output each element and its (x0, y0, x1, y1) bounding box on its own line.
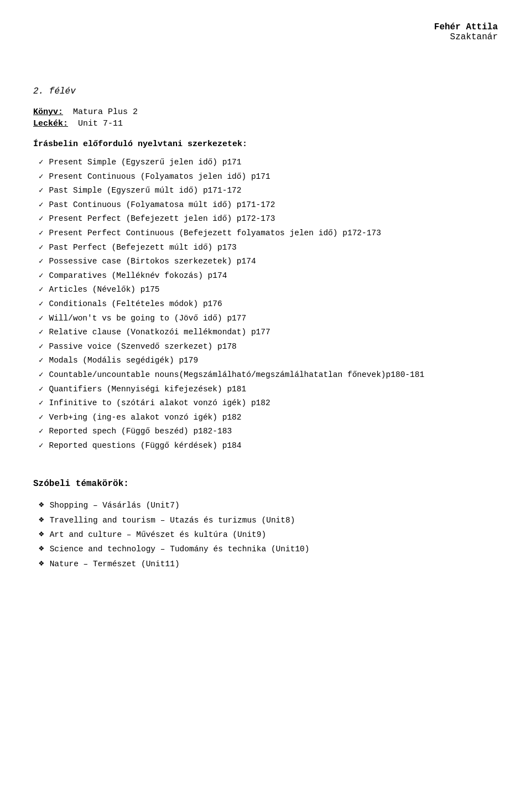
check-icon: ✓ (39, 327, 43, 338)
diamond-icon: ❖ (39, 558, 44, 569)
checklist-item-text: Articles (Névelők) p175 (49, 284, 159, 295)
check-icon: ✓ (39, 355, 43, 366)
check-icon: ✓ (39, 157, 43, 168)
checklist-item-text: Conditionals (Feltételes módok) p176 (49, 298, 222, 309)
check-icon: ✓ (39, 256, 43, 267)
topic-list-item: ❖Art and culture – Művészet és kultúra (… (39, 529, 498, 540)
topic-item-text: Art and culture – Művészet és kultúra (U… (50, 529, 267, 540)
grammar-checklist: ✓Present Simple (Egyszerű jelen idő) p17… (33, 157, 498, 451)
topic-item-text: Science and technology – Tudomány és tec… (50, 544, 310, 555)
check-icon: ✓ (39, 426, 43, 437)
checklist-item: ✓Quantifiers (Mennyiségi kifejezések) p1… (39, 384, 498, 395)
diamond-icon: ❖ (39, 500, 44, 510)
author-name: Fehér Attila (33, 22, 498, 32)
checklist-item-text: Present Continuous (Folyamatos jelen idő… (49, 171, 270, 182)
checklist-item-text: Passive voice (Szenvedő szerkezet) p178 (49, 341, 236, 352)
checklist-item: ✓Articles (Névelők) p175 (39, 284, 498, 296)
checklist-item-text: Past Continuous (Folyamatosa múlt idő) p… (49, 199, 275, 210)
check-icon: ✓ (39, 172, 43, 183)
header: Fehér Attila Szaktanár (33, 22, 498, 42)
checklist-item: ✓Present Perfect Continuous (Befejezett … (39, 227, 498, 239)
leckek-label: Leckék: (33, 119, 68, 128)
check-icon: ✓ (39, 441, 43, 452)
checklist-item-text: Relative clause (Vonatkozói mellékmondat… (49, 327, 270, 338)
topic-item-text: Nature – Természet (Unit11) (50, 558, 180, 570)
check-icon: ✓ (39, 299, 43, 310)
checklist-item-text: Comparatives (Melléknév fokozás) p174 (49, 270, 227, 281)
checklist-item: ✓Reported questions (Függő kérdések) p18… (39, 440, 498, 452)
checklist-item: ✓Infinitive to (szótári alakot vonzó igé… (39, 397, 498, 409)
check-icon: ✓ (39, 228, 43, 239)
topic-list-item: ❖Science and technology – Tudomány és te… (39, 544, 498, 555)
checklist-item-text: Quantifiers (Mennyiségi kifejezések) p18… (49, 384, 246, 395)
book-info: Könyv: Matura Plus 2 Leckék: Unit 7-11 (33, 107, 498, 128)
semester-title: 2. félév (33, 86, 498, 96)
checklist-item: ✓Present Perfect (Befejezett jelen idő) … (39, 213, 498, 225)
diamond-icon: ❖ (39, 529, 44, 540)
checklist-item: ✓Present Simple (Egyszerű jelen idő) p17… (39, 157, 498, 168)
check-icon: ✓ (39, 185, 43, 196)
check-icon: ✓ (39, 342, 43, 353)
checklist-item: ✓Possessive case (Birtokos szerkezetek) … (39, 256, 498, 267)
checklist-item-text: Possessive case (Birtokos szerkezetek) p… (49, 256, 256, 267)
checklist-item-text: Past Perfect (Befejezett múlt idő) p173 (49, 242, 236, 253)
topic-item-text: Travelling and tourism – Utazás és turiz… (50, 515, 295, 526)
konyv-value: Matura Plus 2 (73, 107, 138, 117)
topic-list-item: ❖Shopping – Vásárlás (Unit7) (39, 500, 498, 511)
checklist-item-text: Past Simple (Egyszerű múlt idő) p171-172 (49, 185, 241, 196)
check-icon: ✓ (39, 214, 43, 225)
check-icon: ✓ (39, 271, 43, 282)
checklist-item: ✓Relative clause (Vonatkozói mellékmonda… (39, 327, 498, 338)
checklist-item-text: Present Simple (Egyszerű jelen idő) p171 (49, 157, 241, 168)
topic-list-item: ❖Travelling and tourism – Utazás és turi… (39, 515, 498, 526)
check-icon: ✓ (39, 398, 43, 409)
check-icon: ✓ (39, 313, 43, 324)
diamond-icon: ❖ (39, 515, 44, 525)
topic-list: ❖Shopping – Vásárlás (Unit7)❖Travelling … (33, 500, 498, 569)
checklist-item: ✓Past Simple (Egyszerű múlt idő) p171-17… (39, 185, 498, 196)
checklist-item: ✓Verb+ing (ing-es alakot vonzó igék) p18… (39, 412, 498, 423)
checklist-item: ✓Countable/uncountable nouns(Megszámlálh… (39, 369, 498, 381)
checklist-item-text: Verb+ing (ing-es alakot vonzó igék) p182 (49, 412, 241, 423)
leckek-value: Unit 7-11 (78, 119, 123, 128)
checklist-item-text: Present Perfect (Befejezett jelen idő) p… (49, 213, 275, 224)
checklist-item: ✓Will/won't vs be going to (Jövő idő) p1… (39, 313, 498, 324)
book-line: Könyv: Matura Plus 2 (33, 107, 498, 117)
checklist-item-text: Reported spech (Függő beszéd) p182-183 (49, 426, 232, 437)
irasbeli-heading: Írásbelin előforduló nyelvtani szerkezet… (33, 139, 498, 149)
topic-item-text: Shopping – Vásárlás (Unit7) (50, 500, 180, 511)
checklist-item: ✓Comparatives (Melléknév fokozás) p174 (39, 270, 498, 282)
konyv-label: Könyv: (33, 107, 63, 117)
checklist-item-text: Modals (Modális segédigék) p179 (49, 355, 198, 366)
checklist-item: ✓Past Perfect (Befejezett múlt idő) p173 (39, 242, 498, 254)
checklist-item-text: Reported questions (Függő kérdések) p184 (49, 440, 241, 451)
checklist-item: ✓Past Continuous (Folyamatosa múlt idő) … (39, 199, 498, 211)
diamond-icon: ❖ (39, 544, 44, 554)
checklist-item-text: Will/won't vs be going to (Jövő idő) p17… (49, 313, 246, 324)
check-icon: ✓ (39, 412, 43, 423)
checklist-item-text: Infinitive to (szótári alakot vonzó igék… (49, 397, 270, 408)
checklist-item: ✓Passive voice (Szenvedő szerkezet) p178 (39, 341, 498, 353)
check-icon: ✓ (39, 200, 43, 211)
check-icon: ✓ (39, 285, 43, 296)
author-title: Szaktanár (33, 32, 498, 42)
check-icon: ✓ (39, 370, 43, 381)
szobeli-heading: Szóbeli témakörök: (33, 479, 498, 489)
checklist-item-text: Present Perfect Continuous (Befejezett f… (49, 227, 381, 239)
checklist-item: ✓Conditionals (Feltételes módok) p176 (39, 298, 498, 310)
checklist-item: ✓Present Continuous (Folyamatos jelen id… (39, 171, 498, 183)
leckek-line: Leckék: Unit 7-11 (33, 119, 498, 128)
checklist-item: ✓Reported spech (Függő beszéd) p182-183 (39, 426, 498, 437)
check-icon: ✓ (39, 242, 43, 254)
checklist-item-text: Countable/uncountable nouns(Megszámlálha… (49, 369, 424, 380)
topic-list-item: ❖Nature – Természet (Unit11) (39, 558, 498, 570)
checklist-item: ✓Modals (Modális segédigék) p179 (39, 355, 498, 366)
check-icon: ✓ (39, 384, 43, 395)
